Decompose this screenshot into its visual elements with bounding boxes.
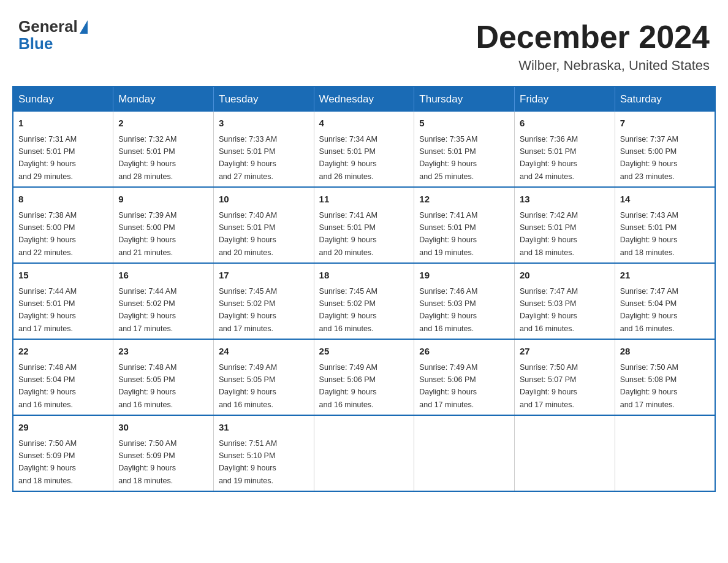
day-number: 4 [319,117,409,131]
calendar-cell: 11 Sunrise: 7:41 AMSunset: 5:01 PMDaylig… [314,187,414,263]
calendar-cell: 21 Sunrise: 7:47 AMSunset: 5:04 PMDaylig… [615,263,715,339]
calendar-cell [314,415,414,491]
day-info: Sunrise: 7:44 AMSunset: 5:01 PMDaylight:… [18,287,77,333]
day-info: Sunrise: 7:35 AMSunset: 5:01 PMDaylight:… [419,135,477,181]
location-text: Wilber, Nebraska, United States [476,58,710,74]
calendar-cell: 26 Sunrise: 7:49 AMSunset: 5:06 PMDaylig… [414,339,515,415]
calendar-week-3: 15 Sunrise: 7:44 AMSunset: 5:01 PMDaylig… [13,263,715,339]
calendar-week-4: 22 Sunrise: 7:48 AMSunset: 5:04 PMDaylig… [13,339,715,415]
day-info: Sunrise: 7:47 AMSunset: 5:03 PMDaylight:… [520,287,578,333]
calendar-cell: 19 Sunrise: 7:46 AMSunset: 5:03 PMDaylig… [414,263,515,339]
logo: General Blue [18,18,88,53]
day-number: 5 [419,117,509,131]
calendar-cell: 16 Sunrise: 7:44 AMSunset: 5:02 PMDaylig… [113,263,214,339]
day-info: Sunrise: 7:50 AMSunset: 5:09 PMDaylight:… [18,439,77,485]
calendar-week-2: 8 Sunrise: 7:38 AMSunset: 5:00 PMDayligh… [13,187,715,263]
day-number: 10 [219,193,309,207]
day-number: 17 [219,269,309,283]
calendar-cell: 28 Sunrise: 7:50 AMSunset: 5:08 PMDaylig… [615,339,715,415]
calendar-cell [515,415,615,491]
calendar-header-row: SundayMondayTuesdayWednesdayThursdayFrid… [13,86,715,112]
day-number: 28 [620,345,710,359]
logo-blue-text: Blue [18,34,53,53]
calendar-cell: 18 Sunrise: 7:45 AMSunset: 5:02 PMDaylig… [314,263,414,339]
calendar-cell: 24 Sunrise: 7:49 AMSunset: 5:05 PMDaylig… [213,339,314,415]
day-info: Sunrise: 7:51 AMSunset: 5:10 PMDaylight:… [219,439,277,485]
day-info: Sunrise: 7:49 AMSunset: 5:06 PMDaylight:… [419,363,477,409]
calendar-cell: 29 Sunrise: 7:50 AMSunset: 5:09 PMDaylig… [13,415,113,491]
calendar-week-5: 29 Sunrise: 7:50 AMSunset: 5:09 PMDaylig… [13,415,715,491]
day-info: Sunrise: 7:44 AMSunset: 5:02 PMDaylight:… [118,287,176,333]
calendar-cell: 30 Sunrise: 7:50 AMSunset: 5:09 PMDaylig… [113,415,214,491]
calendar-cell: 23 Sunrise: 7:48 AMSunset: 5:05 PMDaylig… [113,339,214,415]
day-info: Sunrise: 7:50 AMSunset: 5:07 PMDaylight:… [520,363,578,409]
day-header-sunday: Sunday [13,86,113,112]
calendar-week-1: 1 Sunrise: 7:31 AMSunset: 5:01 PMDayligh… [13,112,715,187]
day-number: 1 [18,117,108,131]
calendar-cell: 2 Sunrise: 7:32 AMSunset: 5:01 PMDayligh… [113,112,214,187]
calendar-cell: 10 Sunrise: 7:40 AMSunset: 5:01 PMDaylig… [213,187,314,263]
day-info: Sunrise: 7:42 AMSunset: 5:01 PMDaylight:… [520,211,578,257]
day-number: 15 [18,269,108,283]
day-info: Sunrise: 7:33 AMSunset: 5:01 PMDaylight:… [219,135,277,181]
month-title: December 2024 [476,18,710,55]
day-number: 9 [118,193,208,207]
day-info: Sunrise: 7:49 AMSunset: 5:06 PMDaylight:… [319,363,377,409]
day-number: 20 [520,269,610,283]
day-info: Sunrise: 7:40 AMSunset: 5:01 PMDaylight:… [219,211,277,257]
title-section: December 2024 Wilber, Nebraska, United S… [476,18,710,74]
day-header-wednesday: Wednesday [314,86,414,112]
day-number: 29 [18,421,108,435]
day-info: Sunrise: 7:31 AMSunset: 5:01 PMDaylight:… [18,135,77,181]
day-info: Sunrise: 7:47 AMSunset: 5:04 PMDaylight:… [620,287,678,333]
day-header-thursday: Thursday [414,86,515,112]
day-info: Sunrise: 7:50 AMSunset: 5:09 PMDaylight:… [118,439,176,485]
day-info: Sunrise: 7:49 AMSunset: 5:05 PMDaylight:… [219,363,277,409]
day-header-friday: Friday [515,86,615,112]
day-info: Sunrise: 7:48 AMSunset: 5:04 PMDaylight:… [18,363,77,409]
day-number: 14 [620,193,710,207]
day-info: Sunrise: 7:43 AMSunset: 5:01 PMDaylight:… [620,211,678,257]
page-header: General Blue December 2024 Wilber, Nebra… [12,12,716,74]
calendar-cell: 17 Sunrise: 7:45 AMSunset: 5:02 PMDaylig… [213,263,314,339]
day-number: 3 [219,117,309,131]
calendar-cell: 15 Sunrise: 7:44 AMSunset: 5:01 PMDaylig… [13,263,113,339]
day-number: 25 [319,345,409,359]
day-info: Sunrise: 7:41 AMSunset: 5:01 PMDaylight:… [419,211,477,257]
day-number: 24 [219,345,309,359]
calendar-cell: 31 Sunrise: 7:51 AMSunset: 5:10 PMDaylig… [213,415,314,491]
calendar-cell: 8 Sunrise: 7:38 AMSunset: 5:00 PMDayligh… [13,187,113,263]
calendar-cell: 6 Sunrise: 7:36 AMSunset: 5:01 PMDayligh… [515,112,615,187]
day-number: 19 [419,269,509,283]
day-number: 11 [319,193,409,207]
day-number: 26 [419,345,509,359]
day-number: 6 [520,117,610,131]
day-info: Sunrise: 7:39 AMSunset: 5:00 PMDaylight:… [118,211,176,257]
day-header-tuesday: Tuesday [213,86,314,112]
calendar-cell: 12 Sunrise: 7:41 AMSunset: 5:01 PMDaylig… [414,187,515,263]
day-header-monday: Monday [113,86,214,112]
calendar-table: SundayMondayTuesdayWednesdayThursdayFrid… [12,86,716,492]
day-info: Sunrise: 7:32 AMSunset: 5:01 PMDaylight:… [118,135,176,181]
day-info: Sunrise: 7:46 AMSunset: 5:03 PMDaylight:… [419,287,477,333]
day-info: Sunrise: 7:34 AMSunset: 5:01 PMDaylight:… [319,135,377,181]
day-info: Sunrise: 7:45 AMSunset: 5:02 PMDaylight:… [319,287,377,333]
calendar-cell: 14 Sunrise: 7:43 AMSunset: 5:01 PMDaylig… [615,187,715,263]
logo-general-text: General [18,18,78,34]
calendar-cell: 20 Sunrise: 7:47 AMSunset: 5:03 PMDaylig… [515,263,615,339]
day-number: 12 [419,193,509,207]
day-number: 30 [118,421,208,435]
day-info: Sunrise: 7:37 AMSunset: 5:00 PMDaylight:… [620,135,678,181]
calendar-cell: 9 Sunrise: 7:39 AMSunset: 5:00 PMDayligh… [113,187,214,263]
day-number: 18 [319,269,409,283]
calendar-cell [414,415,515,491]
calendar-cell: 3 Sunrise: 7:33 AMSunset: 5:01 PMDayligh… [213,112,314,187]
day-info: Sunrise: 7:36 AMSunset: 5:01 PMDaylight:… [520,135,578,181]
day-header-saturday: Saturday [615,86,715,112]
day-number: 23 [118,345,208,359]
day-number: 16 [118,269,208,283]
calendar-cell: 4 Sunrise: 7:34 AMSunset: 5:01 PMDayligh… [314,112,414,187]
calendar-cell: 27 Sunrise: 7:50 AMSunset: 5:07 PMDaylig… [515,339,615,415]
day-number: 13 [520,193,610,207]
calendar-cell: 5 Sunrise: 7:35 AMSunset: 5:01 PMDayligh… [414,112,515,187]
